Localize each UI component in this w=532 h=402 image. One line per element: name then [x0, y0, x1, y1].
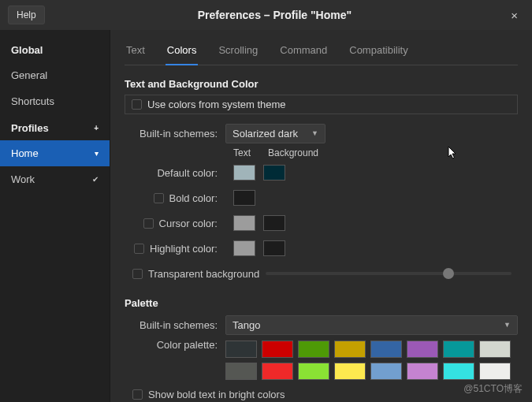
- palette-swatch-0-0[interactable]: [225, 341, 257, 358]
- palette-swatch-1-0[interactable]: [225, 363, 257, 380]
- palette-swatch-0-7[interactable]: [479, 341, 511, 358]
- default-bg-color-swatch[interactable]: [263, 165, 285, 181]
- palette-swatch-1-1[interactable]: [262, 363, 293, 380]
- help-button[interactable]: Help: [8, 6, 45, 24]
- palette-swatch-1-6[interactable]: [443, 363, 474, 380]
- palette-swatch-1-7[interactable]: [479, 363, 511, 380]
- highlight-bg-color-swatch[interactable]: [263, 240, 285, 256]
- tab-bar: Text Colors Scrolling Command Compatibil…: [125, 33, 518, 65]
- palette-swatch-0-1[interactable]: [262, 341, 293, 358]
- color-palette-grid: [225, 341, 511, 380]
- palette-swatch-0-6[interactable]: [443, 341, 474, 358]
- slider-thumb[interactable]: [443, 268, 454, 279]
- bold-color-swatch[interactable]: [233, 190, 255, 206]
- tab-command[interactable]: Command: [278, 33, 329, 65]
- highlight-color-label: Highlight color:: [150, 243, 218, 255]
- palette-swatch-1-4[interactable]: [370, 363, 402, 380]
- sidebar-heading-profiles: Profiles +: [0, 114, 110, 140]
- show-bold-bright-checkbox[interactable]: [132, 389, 143, 400]
- cursor-color-checkbox[interactable]: [143, 218, 154, 229]
- add-profile-button[interactable]: +: [94, 124, 99, 132]
- color-palette-label: Color palette:: [125, 339, 225, 351]
- palette-swatch-0-5[interactable]: [407, 341, 438, 358]
- palette-schemes-label: Built-in schemes:: [125, 319, 225, 331]
- palette-swatch-1-2[interactable]: [298, 363, 329, 380]
- tab-colors[interactable]: Colors: [166, 33, 199, 65]
- sidebar-item-general[interactable]: General: [0, 62, 110, 88]
- sidebar: Global General Shortcuts Profiles + Home…: [0, 30, 110, 402]
- transparency-slider[interactable]: [266, 272, 512, 275]
- chevron-down-icon[interactable]: ▾: [95, 149, 99, 158]
- chevron-down-icon: ▼: [311, 129, 318, 137]
- section-text-bg-title: Text and Background Color: [125, 78, 518, 90]
- palette-swatch-0-3[interactable]: [334, 341, 366, 358]
- sidebar-item-work[interactable]: Work ✔: [0, 166, 110, 192]
- cursor-bg-color-swatch[interactable]: [263, 215, 285, 231]
- close-button[interactable]: ×: [504, 6, 524, 25]
- sidebar-heading-global: Global: [0, 36, 110, 62]
- highlight-color-checkbox[interactable]: [134, 244, 144, 254]
- transparent-bg-checkbox[interactable]: [132, 269, 143, 279]
- watermark: @51CTO博客: [463, 382, 523, 396]
- tab-text[interactable]: Text: [125, 33, 147, 65]
- palette-swatch-1-5[interactable]: [407, 363, 438, 380]
- palette-swatch-0-4[interactable]: [370, 341, 402, 358]
- show-bold-bright-label: Show bold text in bright colors: [148, 389, 285, 400]
- chevron-down-icon: ▼: [504, 321, 511, 329]
- column-header-text: Text: [233, 147, 263, 158]
- palette-swatch-0-2[interactable]: [298, 341, 329, 358]
- sidebar-item-shortcuts[interactable]: Shortcuts: [0, 88, 110, 114]
- builtin-schemes-combo[interactable]: Solarized dark ▼: [225, 124, 326, 143]
- column-header-background: Background: [268, 147, 318, 158]
- tab-scrolling[interactable]: Scrolling: [217, 33, 259, 65]
- window-title: Preferences – Profile "Home": [45, 9, 505, 21]
- default-color-label: Default color:: [125, 167, 225, 179]
- check-icon: ✔: [92, 175, 99, 184]
- highlight-text-color-swatch[interactable]: [233, 240, 255, 256]
- bold-color-label: Bold color:: [169, 192, 218, 204]
- cursor-text-color-swatch[interactable]: [233, 215, 255, 231]
- sidebar-item-home[interactable]: Home ▾: [0, 140, 110, 166]
- palette-swatch-1-3[interactable]: [334, 363, 366, 380]
- transparent-bg-label: Transparent background: [148, 268, 259, 280]
- bold-color-checkbox[interactable]: [154, 193, 164, 203]
- content-pane: Text Colors Scrolling Command Compatibil…: [110, 30, 532, 402]
- cursor-color-label: Cursor color:: [159, 218, 218, 229]
- use-system-theme-row[interactable]: Use colors from system theme: [125, 95, 518, 114]
- tab-compatibility[interactable]: Compatibility: [348, 33, 409, 65]
- section-palette-title: Palette: [125, 297, 518, 309]
- use-system-theme-label: Use colors from system theme: [147, 99, 286, 110]
- builtin-schemes-label: Built-in schemes:: [125, 128, 225, 140]
- default-text-color-swatch[interactable]: [233, 165, 255, 181]
- use-system-theme-checkbox[interactable]: [132, 99, 142, 110]
- palette-schemes-combo[interactable]: Tango ▼: [225, 315, 518, 335]
